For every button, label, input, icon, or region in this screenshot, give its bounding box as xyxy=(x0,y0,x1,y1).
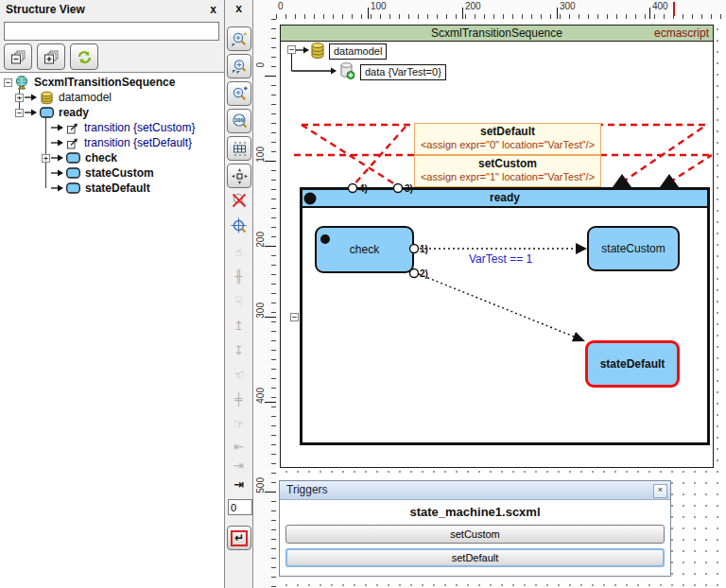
apply-return-button[interactable]: ↵ xyxy=(227,526,251,550)
drag-left-hand-icon: ☜ xyxy=(233,368,245,382)
statechart-frame[interactable]: ScxmlTransitionSequence ecmascript − dat… xyxy=(280,25,714,468)
align-top-icon: ↥ xyxy=(233,319,244,333)
state-statecustom[interactable]: stateCustom xyxy=(587,226,680,271)
tree-item-label: datamodel xyxy=(59,90,112,105)
transition-arrowhead xyxy=(660,174,679,187)
tree-item-root[interactable]: − ScxmlTransitionSequence xyxy=(0,75,175,90)
zoom-100-icon: 100 xyxy=(232,113,248,130)
no-zoom-icon xyxy=(231,192,248,209)
cursor-position-marker xyxy=(673,2,675,16)
distribute-horizontal-button[interactable]: ╫ xyxy=(225,270,252,284)
collapse-all-icon xyxy=(10,50,26,64)
zoom-100-button[interactable]: 100 xyxy=(227,109,251,133)
pan-hand-button[interactable]: ☝ xyxy=(225,246,252,259)
datamodel-type-label: ecmascript xyxy=(654,26,709,41)
ruler-corner xyxy=(253,0,277,20)
zoom-fit-icon xyxy=(232,31,248,47)
drag-left-button[interactable]: ☜ xyxy=(225,369,252,382)
datamodel-icon xyxy=(40,91,54,105)
state-icon xyxy=(66,182,80,194)
zoom-step-input[interactable] xyxy=(228,499,252,515)
structure-view-close-button[interactable]: x xyxy=(210,0,216,19)
transition-label-setdefault[interactable]: setDefault <assign expr="0" location="Va… xyxy=(414,123,601,155)
tree-item-statecustom[interactable]: stateCustom xyxy=(0,165,154,181)
expand-toggle[interactable]: + xyxy=(42,154,50,163)
nudge-left-button[interactable]: ⇤ xyxy=(225,441,252,454)
tree-item-label: ready xyxy=(59,105,89,120)
snap-to-edge-button[interactable]: ⇥ xyxy=(225,478,252,492)
tree-item-statedefault[interactable]: stateDefault xyxy=(0,181,150,196)
grab-hand-icon: ☟ xyxy=(235,294,243,308)
pan-hand-icon: ☝ xyxy=(235,245,243,259)
collapse-all-button[interactable] xyxy=(4,43,32,70)
ruler-label: 0 xyxy=(278,1,284,11)
expand-toggle[interactable]: + xyxy=(15,94,24,102)
diagram-canvas[interactable]: ScxmlTransitionSequence ecmascript − dat… xyxy=(276,19,726,588)
data-node[interactable]: data {VarTest=0} xyxy=(360,64,446,80)
triggers-close-button[interactable]: × xyxy=(653,484,667,498)
zoom-in-button[interactable] xyxy=(227,81,251,106)
grab-hand-button[interactable]: ☟ xyxy=(225,295,252,308)
nudge-right-button[interactable]: ⇥ xyxy=(225,459,252,473)
expand-all-icon xyxy=(43,50,60,64)
tool-palette-close-button[interactable]: x xyxy=(225,2,252,15)
triggers-title: Triggers xyxy=(286,483,328,496)
tree-item-check[interactable]: + check xyxy=(0,150,117,165)
zoom-fit-button[interactable] xyxy=(227,26,251,51)
triggers-titlebar[interactable]: Triggers × xyxy=(280,481,670,500)
transition-action: <assign expr="1" location="VarTest"/> xyxy=(415,171,600,183)
state-ready[interactable]: ready check stateCustom stateDefault xyxy=(300,187,710,445)
state-check[interactable]: check xyxy=(315,226,414,273)
grid-layout-button[interactable] xyxy=(227,136,251,161)
datamodel-collapse-toggle[interactable]: − xyxy=(287,45,296,54)
trigger-setcustom-button[interactable]: setCustom xyxy=(285,525,665,544)
zoom-disabled-button[interactable] xyxy=(225,192,252,212)
nudge-left-icon: ⇤ xyxy=(233,440,244,454)
data-node-icon xyxy=(339,61,355,80)
tree-item-ready[interactable]: − ready xyxy=(0,105,89,120)
triggers-panel[interactable]: Triggers × state_machine1.scxml setCusto… xyxy=(279,480,671,577)
structure-tree: − ScxmlTransitionSequence + datamodel xyxy=(0,72,224,588)
ruler-label: 400 xyxy=(652,1,668,11)
statechart-title: ScxmlTransitionSequence xyxy=(431,26,562,40)
tree-item-label: stateCustom xyxy=(85,165,154,181)
transition-event: setCustom xyxy=(415,157,600,171)
ruler-label: 0 xyxy=(255,62,266,68)
tree-item-datamodel[interactable]: + datamodel xyxy=(0,90,112,105)
center-node-icon xyxy=(232,168,248,184)
tree-item-label: transition {setDefault} xyxy=(84,135,192,150)
tree-arrow-icon xyxy=(51,168,64,178)
center-node-button[interactable] xyxy=(227,164,251,188)
tree-filter-input[interactable] xyxy=(4,22,219,41)
expand-all-button[interactable] xyxy=(37,43,65,70)
drag-right-button[interactable]: ☞ xyxy=(225,418,252,431)
state-icon xyxy=(40,107,54,118)
state-statedefault[interactable]: stateDefault xyxy=(585,340,680,388)
zoom-crosshair-button[interactable] xyxy=(225,217,252,237)
transition-event: setDefault xyxy=(415,125,600,139)
statechart-root-icon xyxy=(14,75,29,90)
zoom-tool-palette: x xyxy=(225,0,253,588)
zoom-region-button[interactable] xyxy=(227,54,251,78)
align-middle-button[interactable]: ╪ xyxy=(225,393,252,406)
datamodel-icon xyxy=(310,42,325,60)
return-arrow-icon: ↵ xyxy=(231,530,248,546)
tree-item-transition-setcustom[interactable]: transition {setCustom} xyxy=(0,120,195,135)
zoom-crosshair-icon xyxy=(231,217,248,234)
trigger-setdefault-button[interactable]: setDefault xyxy=(285,548,665,567)
datamodel-node[interactable]: datamodel xyxy=(329,43,387,60)
zoom-in-icon xyxy=(232,86,248,102)
vertical-ruler: 0 100 200 300 400 500 xyxy=(253,19,277,588)
ready-collapse-toggle[interactable]: − xyxy=(290,313,299,321)
align-top-button[interactable]: ↥ xyxy=(225,320,252,333)
state-statedefault-label: stateDefault xyxy=(600,357,666,371)
tree-arrow-icon xyxy=(51,123,64,132)
align-bottom-button[interactable]: ↧ xyxy=(225,344,252,357)
collapse-toggle[interactable]: − xyxy=(4,78,12,87)
refresh-icon xyxy=(77,50,93,64)
tree-item-transition-setdefault[interactable]: transition {setDefault} xyxy=(0,135,192,150)
transition-label-setcustom[interactable]: setCustom <assign expr="1" location="Var… xyxy=(414,155,601,187)
refresh-tree-button[interactable] xyxy=(70,43,98,70)
transition-icon xyxy=(66,122,79,134)
collapse-toggle[interactable]: − xyxy=(15,109,24,117)
